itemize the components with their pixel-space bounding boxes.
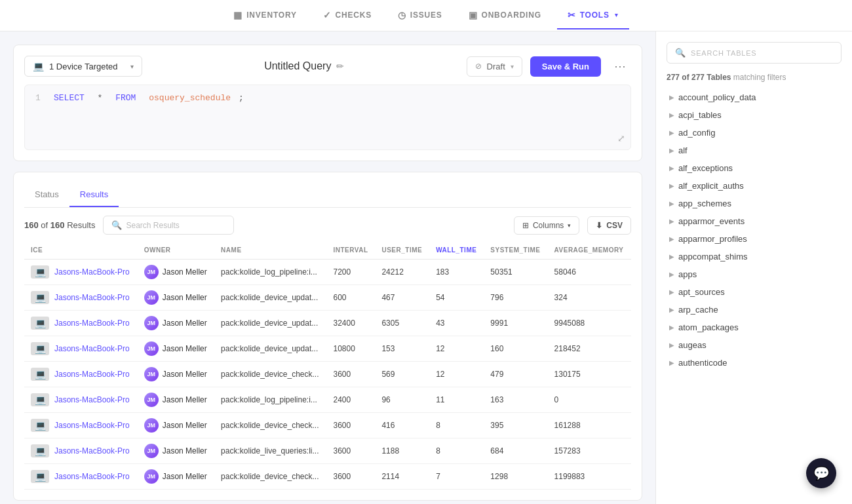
name-cell: pack:kolide_device_check... <box>214 464 326 490</box>
device-thumbnail: 💻 <box>31 368 49 381</box>
sidebar-table-item[interactable]: ▶ arp_cache <box>667 301 842 319</box>
table-arrow-icon: ▶ <box>669 129 674 136</box>
device-link[interactable]: Jasons-MacBook-Pro <box>54 319 130 328</box>
device-link[interactable]: Jasons-MacBook-Pro <box>54 421 130 430</box>
nav-checks[interactable]: ✓ CHECKS <box>313 2 382 29</box>
edit-icon[interactable]: ✏ <box>336 61 344 71</box>
table-row: 💻 Jasons-MacBook-Pro JM Jason Meller pac… <box>24 464 631 490</box>
name-cell: pack:kolide_live_queries:li... <box>214 438 326 464</box>
sidebar-table-item[interactable]: ▶ apt_sources <box>667 283 842 301</box>
sidebar-table-item[interactable]: ▶ acpi_tables <box>667 106 842 124</box>
search-results-box[interactable]: 🔍 <box>103 216 234 235</box>
sidebar-table-item[interactable]: ▶ app_schemes <box>667 195 842 212</box>
onboarding-icon: ▣ <box>469 10 478 20</box>
tables-count: 277 of 277 Tables matching filters <box>667 73 842 82</box>
query-card: 💻 1 Device Targeted ▾ Untitled Query ✏ ⊘… <box>13 45 642 161</box>
sidebar-table-item[interactable]: ▶ alf <box>667 142 842 159</box>
interval-cell: 32400 <box>327 311 376 336</box>
table-arrow-icon: ▶ <box>669 165 674 172</box>
owner-cell: JM Jason Meller <box>138 464 214 490</box>
device-thumbnail: 💻 <box>31 419 49 432</box>
device-link[interactable]: Jasons-MacBook-Pro <box>54 370 130 379</box>
sidebar-table-item[interactable]: ▶ alf_explicit_auths <box>667 177 842 195</box>
table-item-label: apparmor_profiles <box>678 234 747 244</box>
code-wildcard: * <box>92 93 107 103</box>
name-cell: pack:kolide_device_updat... <box>214 285 326 311</box>
col-wall-time: WALL_TIME <box>429 241 484 260</box>
wall-time-cell: 54 <box>429 285 484 311</box>
system-time-cell: 796 <box>484 285 547 311</box>
system-time-cell: 479 <box>484 362 547 387</box>
table-arrow-icon: ▶ <box>669 94 674 101</box>
device-thumbnail: 💻 <box>31 317 49 330</box>
device-link[interactable]: Jasons-MacBook-Pro <box>54 267 130 277</box>
ice-cell: 💻 Jasons-MacBook-Pro <box>24 413 138 438</box>
avg-memory-cell: 58046 <box>548 260 631 285</box>
laptop-icon: 💻 <box>35 318 46 328</box>
name-cell: pack:kolide_device_updat... <box>214 336 326 362</box>
tabs-bar: Status Results <box>24 183 631 208</box>
table-item-label: augeas <box>678 340 707 350</box>
more-options-button[interactable]: ⋯ <box>609 56 631 76</box>
owner-name: Jason Meller <box>163 267 207 277</box>
tab-results[interactable]: Results <box>69 183 119 207</box>
avg-memory-cell: 218452 <box>548 336 631 362</box>
device-link[interactable]: Jasons-MacBook-Pro <box>54 446 130 456</box>
checks-icon: ✓ <box>323 10 332 20</box>
save-run-button[interactable]: Save & Run <box>530 56 601 77</box>
sidebar-table-item[interactable]: ▶ augeas <box>667 336 842 354</box>
results-section: Status Results 160 of 160 Results 🔍 <box>13 172 642 501</box>
nav-inventory-label: INVENTORY <box>246 10 297 20</box>
code-semicolon: ; <box>239 93 244 103</box>
code-table-name: osquery_schedule <box>144 93 231 103</box>
table-row: 💻 Jasons-MacBook-Pro JM Jason Meller pac… <box>24 311 631 336</box>
search-results-input[interactable] <box>126 221 225 230</box>
avatar: JM <box>144 265 159 279</box>
avg-memory-cell: 130175 <box>548 362 631 387</box>
sidebar-table-item[interactable]: ▶ alf_exceptions <box>667 159 842 177</box>
sidebar-table-item[interactable]: ▶ account_policy_data <box>667 88 842 106</box>
interval-cell: 600 <box>327 285 376 311</box>
line-number: 1 <box>35 93 46 103</box>
right-sidebar: 🔍 277 of 277 Tables matching filters ▶ a… <box>655 31 852 504</box>
sidebar-table-item[interactable]: ▶ ad_config <box>667 124 842 142</box>
expand-icon[interactable]: ⤢ <box>617 133 625 144</box>
device-link[interactable]: Jasons-MacBook-Pro <box>54 395 130 404</box>
name-cell: pack:kolide_log_pipeline:i... <box>214 260 326 285</box>
issues-icon: ◷ <box>398 10 406 20</box>
avg-memory-cell: 9945088 <box>548 311 631 336</box>
sidebar-table-item[interactable]: ▶ authenticode <box>667 354 842 372</box>
code-editor[interactable]: 1 SELECT * FROM osquery_schedule ; ⤢ <box>24 85 631 150</box>
interval-cell: 3600 <box>327 362 376 387</box>
sidebar-table-item[interactable]: ▶ atom_packages <box>667 319 842 336</box>
device-selector[interactable]: 💻 1 Device Targeted ▾ <box>24 56 142 77</box>
csv-button[interactable]: ⬇ CSV <box>587 216 631 235</box>
device-link[interactable]: Jasons-MacBook-Pro <box>54 293 130 302</box>
results-count: 160 of 160 Results <box>24 220 95 230</box>
device-link[interactable]: Jasons-MacBook-Pro <box>54 344 130 353</box>
columns-button[interactable]: ⊞ Columns ▾ <box>514 216 579 235</box>
table-item-label: ad_config <box>678 128 715 138</box>
tab-status[interactable]: Status <box>24 183 69 207</box>
chat-bubble[interactable]: 💬 <box>806 458 836 488</box>
owner-name: Jason Meller <box>163 319 207 328</box>
left-content: 💻 1 Device Targeted ▾ Untitled Query ✏ ⊘… <box>0 31 655 504</box>
nav-inventory[interactable]: ▦ INVENTORY <box>223 2 307 29</box>
nav-issues[interactable]: ◷ ISSUES <box>387 2 453 29</box>
owner-cell: JM Jason Meller <box>138 336 214 362</box>
interval-cell: 3600 <box>327 464 376 490</box>
nav-tools[interactable]: ✂ TOOLS ▾ <box>557 2 629 29</box>
search-tables-input[interactable] <box>691 48 833 58</box>
nav-onboarding[interactable]: ▣ ONBOARDING <box>458 2 552 29</box>
results-table: ICE OWNER NAME INTERVAL USER_TIME WALL_T… <box>24 241 631 490</box>
device-link[interactable]: Jasons-MacBook-Pro <box>54 472 130 481</box>
tools-icon: ✂ <box>568 10 576 20</box>
search-tables-box[interactable]: 🔍 <box>667 42 842 64</box>
status-dropdown[interactable]: ⊘ Draft ▾ <box>467 56 522 77</box>
sidebar-table-item[interactable]: ▶ apparmor_profiles <box>667 230 842 248</box>
user-time-cell: 1188 <box>375 438 429 464</box>
sidebar-table-item[interactable]: ▶ apps <box>667 265 842 283</box>
sidebar-table-item[interactable]: ▶ apparmor_events <box>667 212 842 230</box>
tools-chevron: ▾ <box>615 12 619 18</box>
sidebar-table-item[interactable]: ▶ appcompat_shims <box>667 248 842 265</box>
